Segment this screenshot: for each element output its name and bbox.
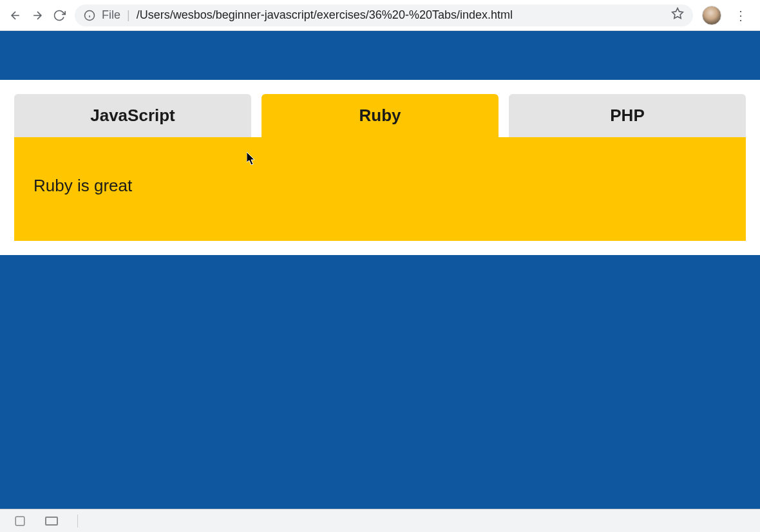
address-bar[interactable]: File | /Users/wesbos/beginner-javascript… [75, 5, 693, 26]
kebab-menu-icon[interactable]: ⋮ [730, 8, 751, 23]
device-toggle-icon[interactable] [45, 517, 58, 526]
reload-icon[interactable] [53, 9, 66, 22]
tab-panel: Ruby is great [14, 137, 746, 241]
svg-rect-4 [15, 517, 24, 526]
tab-ruby[interactable]: Ruby [261, 94, 499, 137]
page-background: JavaScript Ruby PHP Ruby is great [0, 31, 760, 509]
info-icon[interactable] [84, 10, 95, 21]
tabs-container: JavaScript Ruby PHP Ruby is great [0, 80, 760, 255]
tabs-row: JavaScript Ruby PHP [14, 94, 746, 137]
url-text: /Users/wesbos/beginner-javascript/exerci… [137, 8, 665, 22]
browser-toolbar: File | /Users/wesbos/beginner-javascript… [0, 0, 760, 31]
forward-icon[interactable] [31, 9, 44, 22]
svg-marker-3 [672, 8, 683, 19]
tab-php[interactable]: PHP [509, 94, 746, 137]
back-icon[interactable] [9, 9, 22, 22]
inspect-icon[interactable] [14, 515, 26, 527]
bookmark-star-icon[interactable] [671, 7, 684, 23]
nav-buttons [9, 9, 66, 22]
devtools-divider [77, 515, 78, 527]
tab-javascript[interactable]: JavaScript [14, 94, 251, 137]
file-scheme-label: File [102, 8, 120, 22]
address-divider: | [127, 8, 130, 22]
devtools-bar [0, 509, 760, 532]
tab-panel-text: Ruby is great [33, 176, 727, 196]
avatar[interactable] [702, 6, 721, 25]
